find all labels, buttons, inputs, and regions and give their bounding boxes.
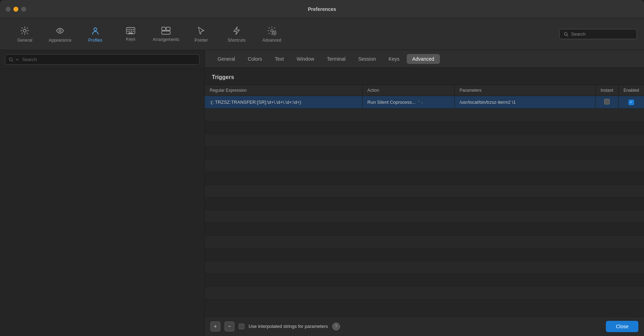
toolbar-item-keys[interactable]: Keys <box>113 20 148 48</box>
empty-table-row <box>205 109 644 121</box>
gear-icon <box>20 26 30 36</box>
interpolated-strings-label: Use interpolated strings for parameters <box>249 324 328 329</box>
preferences-window: Preferences General Appearance <box>0 0 644 336</box>
arrangements-icon <box>161 26 171 35</box>
trigger-enabled[interactable]: ✓ <box>618 96 644 109</box>
toolbar-label-pointer: Pointer <box>195 38 208 43</box>
sidebar-search-input[interactable] <box>22 57 196 62</box>
empty-rows-container <box>205 109 644 316</box>
lightning-icon <box>233 26 240 36</box>
svg-rect-11 <box>133 31 134 32</box>
col-header-action: Action <box>362 85 454 96</box>
tab-general[interactable]: General <box>212 54 241 64</box>
toolbar-label-profiles: Profiles <box>88 38 102 43</box>
svg-rect-15 <box>162 31 170 34</box>
svg-rect-9 <box>129 31 130 32</box>
tab-text[interactable]: Text <box>269 54 290 64</box>
interpolated-strings-checkbox[interactable] <box>239 324 244 329</box>
toolbar-label-advanced: Advanced <box>262 38 281 43</box>
svg-point-2 <box>94 28 97 31</box>
sidebar-search-box[interactable] <box>5 54 199 65</box>
bottom-bar: + − Use interpolated strings for paramet… <box>205 316 644 336</box>
instant-checkbox[interactable] <box>604 99 610 104</box>
toolbar: General Appearance Profiles <box>0 18 644 50</box>
empty-table-row <box>205 223 644 236</box>
svg-point-16 <box>271 29 273 32</box>
toolbar-item-general[interactable]: General <box>7 20 42 48</box>
sidebar <box>0 50 205 336</box>
toolbar-item-pointer[interactable]: Pointer <box>184 20 219 48</box>
add-trigger-button[interactable]: + <box>210 322 220 331</box>
toolbar-item-profiles[interactable]: Profiles <box>78 20 113 48</box>
col-header-parameters: Parameters <box>454 85 595 96</box>
col-header-enabled: Enabled <box>618 85 644 96</box>
section-title: Triggers <box>205 68 644 85</box>
sidebar-search-dropdown-icon <box>15 57 19 62</box>
close-button[interactable]: Close <box>606 321 638 332</box>
tab-terminal[interactable]: Terminal <box>321 54 351 64</box>
advanced-gear-icon <box>267 26 277 36</box>
empty-table-row <box>205 248 644 261</box>
empty-table-row <box>205 147 644 160</box>
remove-trigger-button[interactable]: − <box>225 322 234 331</box>
toolbar-label-appearance: Appearance <box>49 38 72 43</box>
tab-window[interactable]: Window <box>291 54 320 64</box>
empty-table-row <box>205 134 644 147</box>
tab-colors[interactable]: Colors <box>242 54 268 64</box>
toolbar-label-shortcuts: Shortcuts <box>228 38 246 43</box>
table-header-row: Regular Expression Action Parameters Ins… <box>205 85 644 96</box>
empty-table-row <box>205 236 644 248</box>
person-icon <box>90 26 100 36</box>
toolbar-item-appearance[interactable]: Appearance <box>42 20 78 48</box>
svg-point-1 <box>59 30 61 32</box>
keyboard-icon <box>126 27 136 35</box>
svg-rect-13 <box>162 27 166 30</box>
triggers-table: Regular Expression Action Parameters Ins… <box>205 85 644 109</box>
toolbar-item-advanced[interactable]: Advanced <box>254 20 290 48</box>
trigger-regex: :(: TRZSZ:TRANSFER:[SR]:\d+\.\d+\.\d+:\d… <box>205 96 362 109</box>
enabled-checkbox[interactable]: ✓ <box>628 100 634 105</box>
table-row[interactable]: :(: TRZSZ:TRANSFER:[SR]:\d+\.\d+\.\d+:\d… <box>205 96 644 109</box>
tab-keys[interactable]: Keys <box>383 54 405 64</box>
empty-table-row <box>205 160 644 172</box>
svg-rect-7 <box>133 29 134 30</box>
minimize-traffic-light[interactable] <box>13 7 18 12</box>
empty-table-row <box>205 210 644 223</box>
maximize-traffic-light[interactable] <box>21 7 26 12</box>
dropdown-arrow-icon: ⌃⌄ <box>418 100 423 104</box>
empty-table-row <box>205 261 644 274</box>
toolbar-item-arrangements[interactable]: Arrangements <box>148 20 184 48</box>
toolbar-search-box[interactable] <box>559 29 637 39</box>
traffic-lights <box>6 7 26 12</box>
empty-table-row <box>205 287 644 299</box>
search-icon <box>564 32 568 37</box>
toolbar-label-keys: Keys <box>126 37 136 42</box>
svg-rect-8 <box>127 31 129 32</box>
toolbar-label-arrangements: Arrangements <box>153 37 179 42</box>
title-bar: Preferences <box>0 0 644 18</box>
help-button[interactable]: ? <box>332 323 340 330</box>
svg-rect-12 <box>129 32 133 34</box>
empty-table-row <box>205 172 644 185</box>
sub-tabs-bar: General Colors Text Window Terminal Sess… <box>205 50 644 68</box>
tab-advanced[interactable]: Advanced <box>407 54 440 64</box>
trigger-instant[interactable] <box>595 96 618 109</box>
svg-rect-4 <box>127 29 129 30</box>
toolbar-search-input[interactable] <box>571 31 632 37</box>
tab-session[interactable]: Session <box>353 54 382 64</box>
toolbar-item-shortcuts[interactable]: Shortcuts <box>219 20 254 48</box>
window-title: Preferences <box>308 6 336 12</box>
close-traffic-light[interactable] <box>6 7 11 12</box>
sidebar-list <box>0 69 204 336</box>
trigger-parameters: /usr/local/bin/trzsz-iterm2 \1 <box>454 96 595 109</box>
col-header-regex: Regular Expression <box>205 85 362 96</box>
toolbar-label-general: General <box>17 38 32 43</box>
svg-rect-10 <box>131 31 132 32</box>
empty-table-row <box>205 121 644 134</box>
right-panel: General Colors Text Window Terminal Sess… <box>205 50 644 336</box>
svg-rect-6 <box>131 29 132 30</box>
action-dropdown-cell[interactable]: Run Silent Coprocess... ⌃⌄ <box>368 100 449 105</box>
sidebar-search-icon <box>9 57 13 62</box>
trigger-action[interactable]: Run Silent Coprocess... ⌃⌄ <box>362 96 454 109</box>
empty-table-row <box>205 185 644 198</box>
